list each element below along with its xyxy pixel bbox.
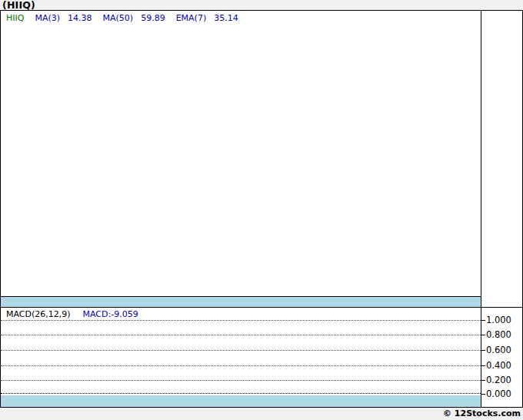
indicator-label-ma50: MA(50) (103, 13, 134, 23)
indicator-label-ema7: EMA(7) (176, 13, 207, 23)
tick-mark (481, 380, 485, 381)
chart-frame: HIIQMA(3)14.38MA(50)59.89EMA(7)35.14 MAC… (0, 10, 523, 408)
footer-credit: © 12Stocks.com (0, 408, 523, 420)
y-axis-tick: 0.200 (481, 375, 511, 385)
indicator-label-ma3: MA(3) (35, 13, 60, 23)
date-axis-band (1, 297, 481, 307)
y-axis-tick: 0.600 (481, 345, 511, 355)
tick-mark (481, 335, 485, 335)
y-axis-tick-label: 0.000 (486, 388, 511, 399)
macd-gridline (1, 350, 481, 351)
y-axis-tick-label: 1.000 (486, 315, 511, 325)
tick-mark (481, 320, 485, 321)
macd-label: MACD(26,12,9) (6, 309, 71, 319)
y-axis-tick-label: 0.800 (486, 329, 511, 340)
y-axis-tick: 0.800 (481, 329, 511, 340)
macd-panel-top-border (1, 307, 522, 308)
macd-value: MACD:-9.059 (83, 309, 138, 319)
price-legend: HIIQMA(3)14.38MA(50)59.89EMA(7)35.14 (6, 13, 249, 23)
macd-legend: MACD(26,12,9)MACD:-9.059 (6, 309, 138, 319)
tick-mark (481, 350, 485, 351)
tick-mark (481, 365, 485, 366)
y-axis-tick: 0.000 (481, 388, 511, 399)
page-title: (HIIQ) (2, 0, 35, 11)
macd-zero-gridline (1, 393, 481, 394)
tick-mark (481, 394, 485, 395)
indicator-value-ma50: 59.89 (141, 13, 165, 23)
y-axis-tick: 0.400 (481, 360, 511, 371)
y-axis-tick-label: 0.600 (486, 345, 511, 355)
macd-gridline (1, 335, 481, 335)
y-axis-tick-label: 0.400 (486, 360, 511, 371)
macd-gridline (1, 365, 481, 366)
indicator-value-ma3: 14.38 (68, 13, 92, 23)
macd-gridline (1, 380, 481, 381)
y-axis-tick-label: 0.200 (486, 375, 511, 385)
indicator-value-ema7: 35.14 (214, 13, 238, 23)
symbol-label: HIIQ (6, 13, 24, 23)
bottom-axis-band (1, 395, 481, 407)
y-axis-tick: 1.000 (481, 315, 511, 325)
macd-gridline (1, 320, 481, 321)
